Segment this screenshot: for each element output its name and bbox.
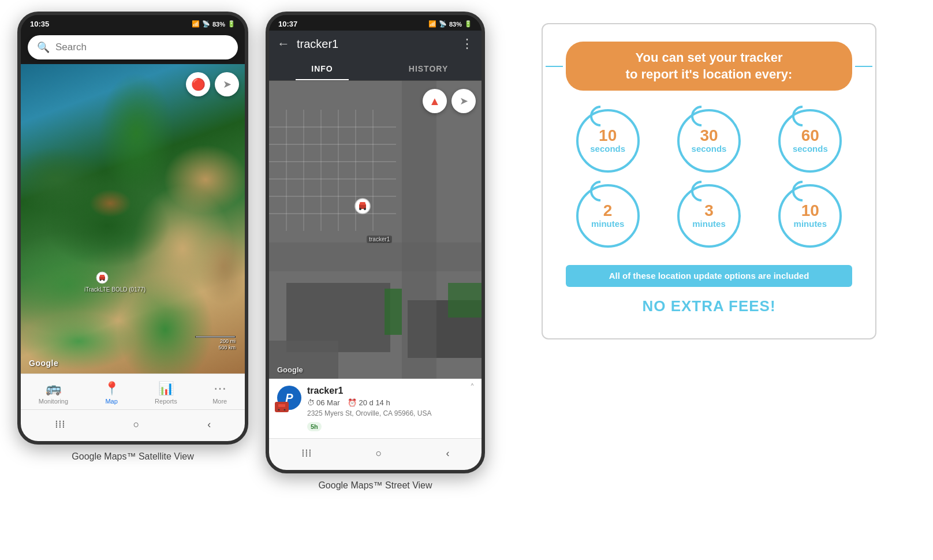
tracker-date: ⏱ 06 Mar xyxy=(307,398,339,407)
bottom-nav: 🚌 Monitoring 📍 Map 📊 Reports ⋯ More xyxy=(21,374,245,409)
infographic-title: You can set your tracker to report it's … xyxy=(583,50,835,83)
scale-bar xyxy=(195,336,236,338)
app-header: ← tracker1 ⋮ xyxy=(269,31,482,57)
phone2-mockup: 10:37 📶 📡 83% 🔋 ← tracker1 ⋮ INFO xyxy=(266,12,485,473)
battery-text-2: 83% xyxy=(449,21,462,28)
system-nav-2: ⁞⁞⁞ ○ ‹ xyxy=(269,438,482,470)
search-icon: 🔍 xyxy=(37,41,50,54)
map-scale: 200 mi 500 km xyxy=(195,336,236,350)
battery-icon: 🔋 xyxy=(227,20,236,28)
clock-icon: ⏱ xyxy=(307,398,315,407)
phone1-caption: Google Maps™ Satellite View xyxy=(72,451,193,462)
tracker-address: 2325 Myers St, Oroville, CA 95966, USA xyxy=(307,409,473,417)
navigate-icon: ➤ xyxy=(223,78,232,91)
svg-point-4 xyxy=(103,279,105,281)
map-icon: 📍 xyxy=(104,381,120,396)
nav-more[interactable]: ⋯ More xyxy=(206,379,234,407)
phone2-caption: Google Maps™ Street View xyxy=(318,480,432,491)
street-compass-icon: ▲ xyxy=(429,95,441,108)
street-map-container: ▲ ➤ track xyxy=(269,81,482,379)
nav-reports[interactable]: 📊 Reports xyxy=(148,379,184,407)
circle-60s-num: 60 xyxy=(801,128,819,144)
nav-map-label: Map xyxy=(105,398,117,405)
svg-rect-2 xyxy=(100,275,105,277)
circle-2m-num: 2 xyxy=(603,203,613,219)
street-tracker-label: tracker1 xyxy=(367,236,392,243)
circle-30s-ring: 30 seconds xyxy=(677,109,741,173)
infographic-note-bar: All of these location update options are… xyxy=(566,265,852,287)
tracker-name-text: tracker1 xyxy=(307,386,343,396)
back-button-2[interactable]: ‹ xyxy=(428,445,466,462)
tracker-name-row: tracker1 xyxy=(307,386,473,396)
monitoring-icon: 🚌 xyxy=(46,381,61,396)
svg-rect-31 xyxy=(278,404,285,407)
circle-60s-ring: 60 seconds xyxy=(778,109,842,173)
wifi-icon: 📶 xyxy=(192,20,200,28)
circle-3m-num: 3 xyxy=(704,203,714,219)
back-arrow-button[interactable]: ← xyxy=(277,36,290,51)
circle-10s-unit: seconds xyxy=(590,144,625,154)
search-bar[interactable]: 🔍 xyxy=(28,35,238,59)
recent-apps-button[interactable]: ⁞⁞⁞ xyxy=(38,416,83,433)
circle-2m-unit: minutes xyxy=(591,219,625,229)
svg-point-29 xyxy=(364,208,366,210)
circle-30s-num: 30 xyxy=(700,128,718,144)
reports-icon: 📊 xyxy=(158,381,174,396)
more-icon: ⋯ xyxy=(214,381,226,396)
signal-icon: 📡 xyxy=(202,20,210,28)
svg-rect-27 xyxy=(360,202,365,205)
circle-10m-ring: 10 minutes xyxy=(778,184,842,248)
tracker-meta: ⏱ 06 Mar ⏰ 20 d 14 h xyxy=(307,398,473,407)
wifi-icon-2: 📶 xyxy=(428,20,436,28)
time-circles-grid: 10 seconds 30 seconds 60 seconds xyxy=(566,109,852,248)
circle-30s-unit: seconds xyxy=(692,144,727,154)
locate-button[interactable]: ➤ xyxy=(215,72,239,96)
back-button[interactable]: ‹ xyxy=(190,416,228,433)
infographic-container: You can set your tracker to report it's … xyxy=(542,23,876,339)
street-compass-button[interactable]: ▲ xyxy=(423,89,447,113)
infographic-nofee: NO EXTRA FEES! xyxy=(566,297,852,315)
tab-history[interactable]: HISTORY xyxy=(375,57,482,80)
scale-text-2: 500 km xyxy=(218,345,236,350)
nav-more-label: More xyxy=(212,398,227,405)
compass-icon: 🔴 xyxy=(191,77,206,91)
phone1-status-icons: 📶 📡 83% 🔋 xyxy=(192,20,236,28)
title-line2: to report it's location every: xyxy=(626,67,793,81)
street-locate-button[interactable]: ➤ xyxy=(451,89,476,113)
street-map: ▲ ➤ track xyxy=(269,81,482,379)
tab-info[interactable]: INFO xyxy=(269,57,375,80)
svg-rect-10 xyxy=(269,242,482,271)
search-input[interactable] xyxy=(55,42,229,53)
compass-button[interactable]: 🔴 xyxy=(186,72,210,96)
circle-30s: 30 seconds xyxy=(667,109,751,173)
circle-10m: 10 minutes xyxy=(768,184,852,248)
svg-rect-12 xyxy=(448,283,482,318)
phone1-status-bar: 10:35 📶 📡 83% 🔋 xyxy=(21,15,245,31)
tracker-info-row: P tracker1 xyxy=(277,386,473,431)
main-container: 10:35 📶 📡 83% 🔋 🔍 🔴 xyxy=(0,0,933,560)
nav-reports-label: Reports xyxy=(155,398,177,405)
expand-icon[interactable]: ˄ xyxy=(470,382,475,393)
circle-2m-ring: 2 minutes xyxy=(576,184,640,248)
tracker-thumbnail: P xyxy=(277,386,301,410)
street-tracker-marker xyxy=(354,198,371,214)
recent-apps-button-2[interactable]: ⁞⁞⁞ xyxy=(284,445,329,462)
phone2-status-bar: 10:37 📶 📡 83% 🔋 xyxy=(269,15,482,31)
more-options-button[interactable]: ⋮ xyxy=(461,36,473,51)
svg-rect-11 xyxy=(385,289,402,335)
home-button[interactable]: ○ xyxy=(116,416,157,433)
nav-monitoring[interactable]: 🚌 Monitoring xyxy=(32,379,75,407)
right-panel: You can set your tracker to report it's … xyxy=(502,12,916,351)
phone1-mockup: 10:35 📶 📡 83% 🔋 🔍 🔴 xyxy=(17,12,248,445)
circle-10m-num: 10 xyxy=(801,203,819,219)
tracker-info-panel: ˄ P xyxy=(269,379,482,438)
home-button-2[interactable]: ○ xyxy=(359,445,400,462)
battery-text: 83% xyxy=(212,21,225,28)
tracker-marker xyxy=(96,271,109,284)
circle-3m: 3 minutes xyxy=(667,184,751,248)
tab-history-label: HISTORY xyxy=(409,64,448,73)
battery-icon-2: 🔋 xyxy=(464,20,472,28)
circle-2m: 2 minutes xyxy=(566,184,650,248)
nav-monitoring-label: Monitoring xyxy=(39,398,68,405)
nav-map[interactable]: 📍 Map xyxy=(97,379,126,407)
